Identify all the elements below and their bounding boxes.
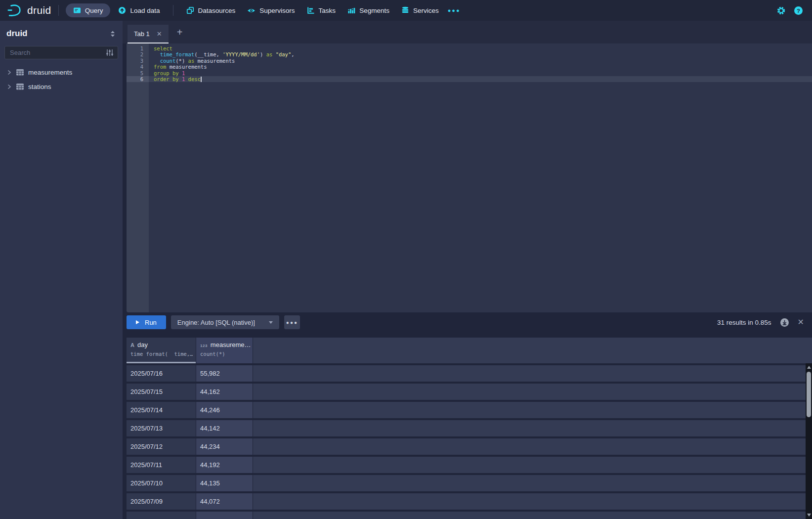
cell-day[interactable]: 2025/07/14 xyxy=(127,402,196,418)
cell-measurements[interactable]: 44,142 xyxy=(196,420,253,436)
druid-logo[interactable]: druid xyxy=(7,4,51,17)
row-filler xyxy=(253,420,812,436)
svg-text:?: ? xyxy=(797,7,800,13)
sql-editor[interactable]: 123456 select time_format(__time, 'YYYY/… xyxy=(127,43,812,312)
chevron-down-icon xyxy=(269,321,273,324)
cell-day[interactable]: 2025/07/15 xyxy=(127,384,196,400)
gutter-line-number: 5 xyxy=(127,70,149,76)
cell-measurements[interactable]: 44,234 xyxy=(196,438,253,455)
schema-selector[interactable]: druid xyxy=(0,29,123,39)
cell-day[interactable]: 2025/07/10 xyxy=(127,475,196,491)
tab-1[interactable]: Tab 1 ✕ xyxy=(128,25,169,43)
nav-item-load-data[interactable]: Load data xyxy=(112,3,166,17)
vertical-scrollbar[interactable] xyxy=(806,363,812,519)
code-token: ) xyxy=(260,51,266,57)
column-name: day xyxy=(137,341,148,348)
cell-measurements[interactable]: 44,135 xyxy=(196,475,253,491)
string-type-icon: A xyxy=(130,342,134,348)
gutter-line-number: 2 xyxy=(127,51,149,57)
code-token: (*) xyxy=(175,58,188,64)
help-icon[interactable]: ? xyxy=(794,6,803,15)
schema-sidebar: druid xyxy=(0,21,123,519)
code-token: , xyxy=(216,51,222,57)
sidebar-item-stations[interactable]: stations xyxy=(0,80,123,94)
nav-more-icon[interactable]: ●●● xyxy=(445,7,464,13)
code-token: from xyxy=(154,64,166,70)
table-row: 2025/07/1444,246 xyxy=(127,402,812,418)
sliders-filter-icon[interactable] xyxy=(106,49,114,56)
code-token: 1 xyxy=(182,70,185,76)
scrollbar-thumb[interactable] xyxy=(807,372,811,417)
play-icon xyxy=(136,320,139,324)
database-icon xyxy=(401,6,409,14)
gutter-line-number: 6 xyxy=(127,76,149,82)
chevron-right-icon[interactable] xyxy=(6,70,12,75)
cell-measurements[interactable]: 44,072 xyxy=(196,493,253,510)
top-navbar: druid Query Load data Datasources xyxy=(0,0,812,21)
table-row: 2025/07/1044,135 xyxy=(127,475,812,491)
header-filler xyxy=(253,338,812,363)
table-row: 2025/07/1544,162 xyxy=(127,384,812,400)
cell-measurements[interactable]: 44,192 xyxy=(196,457,253,473)
cell-day[interactable]: 2025/07/13 xyxy=(127,420,196,436)
cell-measurements[interactable]: 44,246 xyxy=(196,402,253,418)
nav-label: Load data xyxy=(130,7,160,14)
code-token xyxy=(154,51,160,57)
nav-item-services[interactable]: Services xyxy=(395,3,445,17)
sidebar-item-measurements[interactable]: measurements xyxy=(0,65,123,80)
cell-day[interactable]: 2025/07/12 xyxy=(127,438,196,455)
table-grid-icon xyxy=(16,84,24,90)
table-row: 2025/07/1344,142 xyxy=(127,420,812,436)
cell-measurements[interactable] xyxy=(196,512,253,519)
results-table: A day time_format(__time,… 123 measureme… xyxy=(127,338,812,519)
code-line: time_format(__time, 'YYYY/MM/dd') as "da… xyxy=(149,51,812,57)
nav-divider xyxy=(173,5,173,16)
run-button[interactable]: Run xyxy=(127,315,166,329)
cell-day[interactable] xyxy=(127,512,196,519)
table-row: 2025/07/1244,234 xyxy=(127,438,812,455)
code-token: measurements xyxy=(198,58,235,64)
nav-item-supervisors[interactable]: Supervisors xyxy=(241,3,300,17)
cell-measurements[interactable]: 55,982 xyxy=(196,365,253,382)
code-line: count(*) as measurements xyxy=(149,58,812,64)
download-icon[interactable] xyxy=(780,318,789,327)
add-tab-icon[interactable]: + xyxy=(177,27,183,37)
tab-bar: Tab 1 ✕ + xyxy=(123,21,812,43)
chevron-right-icon[interactable] xyxy=(6,84,12,89)
nav-label: Tasks xyxy=(319,7,336,14)
nav-label: Query xyxy=(85,7,103,14)
nav-item-segments[interactable]: Segments xyxy=(342,3,395,17)
cell-day[interactable]: 2025/07/09 xyxy=(127,493,196,510)
nav-item-query[interactable]: Query xyxy=(66,3,111,17)
gear-icon[interactable] xyxy=(776,6,786,15)
double-caret-vertical-icon xyxy=(110,30,116,38)
code-token xyxy=(154,58,160,64)
code-line: order by 1 desc xyxy=(149,76,812,82)
close-results-icon[interactable]: ✕ xyxy=(798,318,804,326)
code-area[interactable]: select time_format(__time, 'YYYY/MM/dd')… xyxy=(149,43,812,312)
tab-close-icon[interactable]: ✕ xyxy=(157,31,162,37)
search-input[interactable] xyxy=(9,48,106,57)
scroll-down-arrow-icon[interactable] xyxy=(807,514,811,517)
scroll-up-arrow-icon[interactable] xyxy=(807,366,811,369)
column-header-day[interactable]: A day time_format(__time,… xyxy=(127,338,196,363)
editor-gutter: 123456 xyxy=(127,43,149,312)
tab-label: Tab 1 xyxy=(134,30,150,38)
cell-measurements[interactable]: 44,162 xyxy=(196,384,253,400)
nav-item-tasks[interactable]: Tasks xyxy=(301,3,342,17)
code-token: count xyxy=(160,58,176,64)
nav-item-datasources[interactable]: Datasources xyxy=(180,3,242,17)
gantt-icon xyxy=(307,6,315,14)
column-name: measureme… xyxy=(211,341,251,348)
row-filler xyxy=(253,365,812,382)
cell-day[interactable]: 2025/07/16 xyxy=(127,365,196,382)
engine-select-button[interactable]: Engine: Auto [SQL (native)] xyxy=(171,315,279,329)
logo-wordmark: druid xyxy=(27,4,51,16)
query-more-button[interactable]: ●●● xyxy=(284,315,300,329)
cell-day[interactable]: 2025/07/11 xyxy=(127,457,196,473)
code-token: order by xyxy=(154,76,179,82)
column-expression: count(*) xyxy=(200,351,253,357)
column-header-measurements[interactable]: 123 measureme… count(*) xyxy=(196,338,253,363)
gutter-line-number: 1 xyxy=(127,45,149,51)
search-box xyxy=(4,46,118,59)
